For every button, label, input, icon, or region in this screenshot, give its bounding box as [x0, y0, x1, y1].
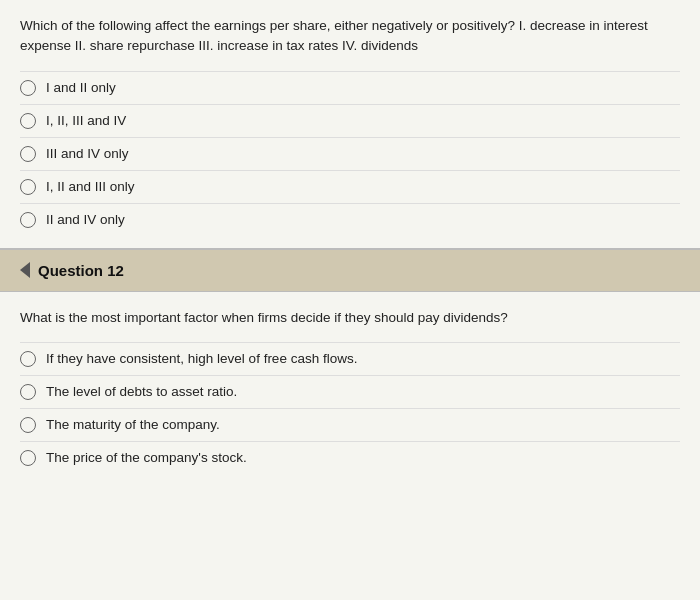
option-q11-5[interactable]: II and IV only — [20, 203, 680, 236]
question11-text: Which of the following affect the earnin… — [20, 16, 680, 57]
radio-q12-1[interactable] — [20, 351, 36, 367]
option-q12-4[interactable]: The price of the company's stock. — [20, 441, 680, 474]
radio-q11-2[interactable] — [20, 113, 36, 129]
radio-q12-4[interactable] — [20, 450, 36, 466]
radio-q11-5[interactable] — [20, 212, 36, 228]
option-q11-1[interactable]: I and II only — [20, 71, 680, 104]
question12-block: What is the most important factor when f… — [0, 292, 700, 601]
radio-q12-3[interactable] — [20, 417, 36, 433]
radio-q12-2[interactable] — [20, 384, 36, 400]
option-q12-2[interactable]: The level of debts to asset ratio. — [20, 375, 680, 408]
question12-text: What is the most important factor when f… — [20, 308, 680, 328]
radio-q11-4[interactable] — [20, 179, 36, 195]
option-label-q11-5: II and IV only — [46, 212, 125, 227]
option-label-q12-4: The price of the company's stock. — [46, 450, 247, 465]
question12-number: Question 12 — [38, 262, 124, 279]
option-label-q11-1: I and II only — [46, 80, 116, 95]
option-q12-1[interactable]: If they have consistent, high level of f… — [20, 342, 680, 375]
option-label-q11-3: III and IV only — [46, 146, 129, 161]
page-wrapper: Which of the following affect the earnin… — [0, 0, 700, 600]
question12-header-block: Question 12 — [0, 249, 700, 292]
option-label-q11-2: I, II, III and IV — [46, 113, 126, 128]
option-label-q12-3: The maturity of the company. — [46, 417, 220, 432]
option-label-q12-1: If they have consistent, high level of f… — [46, 351, 357, 366]
question12-header-wrapper: Question 12 — [20, 262, 680, 279]
option-q11-3[interactable]: III and IV only — [20, 137, 680, 170]
radio-q11-1[interactable] — [20, 80, 36, 96]
option-label-q12-2: The level of debts to asset ratio. — [46, 384, 237, 399]
option-q11-4[interactable]: I, II and III only — [20, 170, 680, 203]
option-q12-3[interactable]: The maturity of the company. — [20, 408, 680, 441]
question11-block: Which of the following affect the earnin… — [0, 0, 700, 249]
option-q11-2[interactable]: I, II, III and IV — [20, 104, 680, 137]
option-label-q11-4: I, II and III only — [46, 179, 135, 194]
radio-q11-3[interactable] — [20, 146, 36, 162]
arrow-left-icon — [20, 262, 30, 278]
